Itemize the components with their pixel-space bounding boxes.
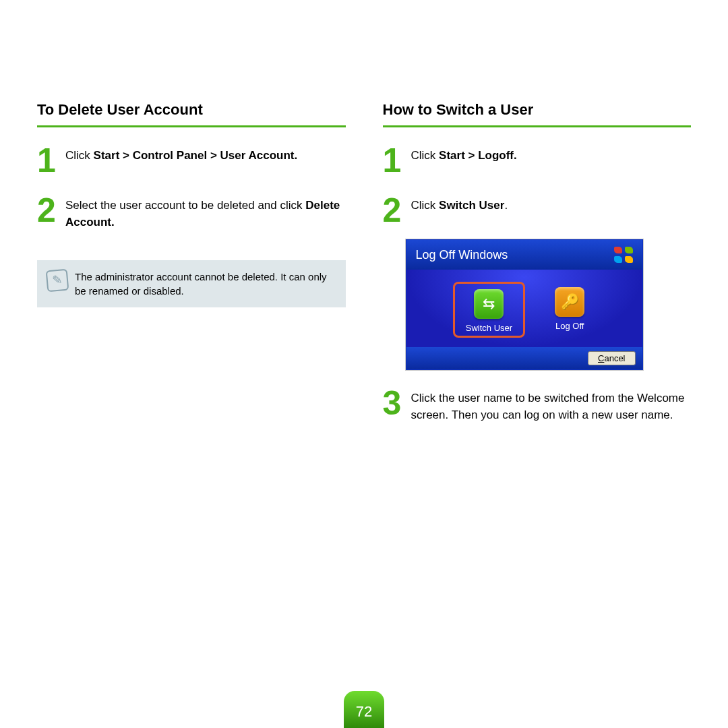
step-bold: Switch User: [439, 199, 504, 212]
log-off-label: Log Off: [555, 321, 584, 331]
switch-user-button[interactable]: ⇆ Switch User: [453, 282, 525, 338]
step-text: Click: [411, 149, 439, 162]
log-off-icon: 🔑: [555, 287, 584, 317]
log-off-button[interactable]: 🔑 Log Off: [555, 287, 584, 335]
step-number: 1: [383, 144, 406, 177]
windows-logo-icon: [614, 247, 633, 263]
step-1-right: 1 Click Start > Logoff.: [383, 146, 692, 177]
note-icon: ✎: [46, 269, 69, 293]
heading-switch-user: How to Switch a User: [383, 101, 692, 127]
heading-delete-account: To Delete User Account: [37, 101, 346, 127]
step-number: 2: [37, 193, 60, 231]
step-3-right: 3 Click the user name to be switched fro…: [383, 389, 692, 423]
dialog-titlebar: Log Off Windows: [406, 240, 642, 270]
cancel-button[interactable]: Cancel: [588, 351, 635, 365]
step-2-left: 2 Select the user account to be deleted …: [37, 196, 346, 231]
step-number: 1: [37, 144, 60, 177]
switch-user-label: Switch User: [466, 323, 512, 333]
step-text: Click: [65, 149, 94, 162]
step-text: Click: [411, 199, 439, 212]
step-text: Select the user account to be deleted an…: [65, 199, 305, 212]
left-column: To Delete User Account 1 Click Start > C…: [37, 101, 346, 423]
step-1-left: 1 Click Start > Control Panel > User Acc…: [37, 146, 346, 177]
step-suffix: .: [504, 199, 508, 212]
step-number: 3: [383, 386, 406, 423]
note-box: ✎ The administrator account cannot be de…: [37, 260, 346, 307]
note-text: The administrator account cannot be dele…: [75, 270, 336, 298]
right-column: How to Switch a User 1 Click Start > Log…: [383, 101, 692, 423]
step-text: Click the user name to be switched from …: [411, 389, 692, 423]
dialog-title: Log Off Windows: [416, 248, 508, 262]
step-number: 2: [383, 193, 406, 227]
step-2-right: 2 Click Switch User.: [383, 196, 692, 227]
dialog-footer: Cancel: [406, 347, 642, 369]
step-bold: Start > Control Panel > User Account.: [94, 149, 298, 162]
step-bold: Start > Logoff.: [439, 149, 517, 162]
dialog-body: ⇆ Switch User 🔑 Log Off: [406, 270, 642, 347]
page-number: 72: [344, 691, 384, 728]
switch-user-icon: ⇆: [474, 289, 504, 319]
logoff-dialog: Log Off Windows ⇆ Switch User 🔑 Log Off: [406, 239, 643, 370]
